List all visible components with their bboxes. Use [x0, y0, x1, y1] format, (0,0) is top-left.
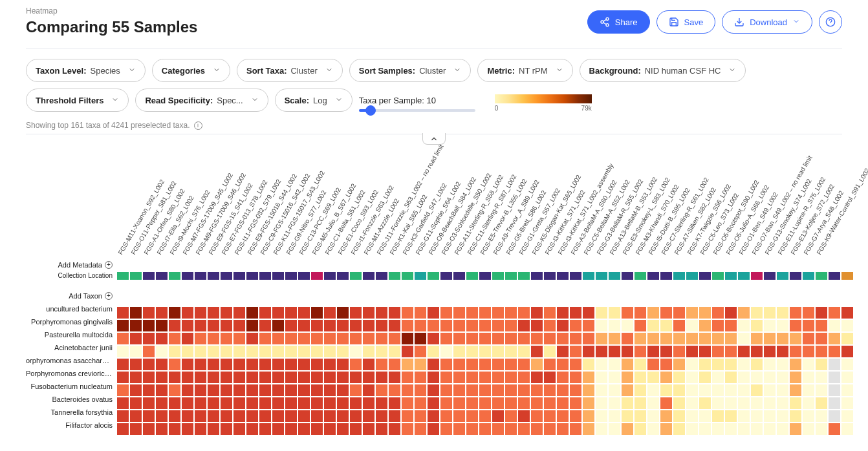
heatmap-cell[interactable] — [142, 397, 155, 410]
heatmap-cell[interactable] — [750, 423, 763, 435]
column-header[interactable]: FGS-C5-Leo_S73_L002 — [699, 141, 711, 258]
heatmap-cell[interactable] — [129, 397, 142, 410]
heatmap-cell[interactable] — [298, 306, 310, 319]
heatmap-cell[interactable] — [285, 306, 298, 319]
heatmap-cell[interactable] — [259, 397, 272, 410]
heatmap-cell[interactable] — [737, 410, 750, 423]
heatmap-cell[interactable] — [349, 332, 362, 345]
heatmap-cell[interactable] — [479, 384, 492, 397]
column-header[interactable]: FGS-M11-Xoanon_S92_L002 — [116, 141, 129, 258]
heatmap-cell[interactable] — [349, 384, 362, 397]
column-header[interactable]: FGS-A3-BellaM-A_S60_L002 — [569, 141, 582, 258]
heatmap-cell[interactable] — [763, 306, 776, 319]
heatmap-cell[interactable] — [220, 345, 233, 358]
heatmap-cell[interactable] — [673, 397, 686, 410]
heatmap-cell[interactable] — [323, 384, 336, 397]
metadata-cell[interactable] — [569, 271, 582, 280]
heatmap-cell[interactable] — [440, 397, 453, 410]
heatmap-cell[interactable] — [298, 319, 310, 332]
heatmap-cell[interactable] — [116, 371, 129, 384]
heatmap-cell[interactable] — [285, 371, 298, 384]
heatmap-cell[interactable] — [660, 319, 673, 332]
heatmap-cell[interactable] — [569, 345, 582, 358]
heatmap-cell[interactable] — [375, 358, 388, 371]
heatmap-cell[interactable] — [582, 319, 595, 332]
heatmap-cell[interactable] — [608, 384, 621, 397]
heatmap-cell[interactable] — [285, 423, 298, 435]
heatmap-cell[interactable] — [116, 410, 129, 423]
heatmap-cell[interactable] — [362, 345, 375, 358]
metadata-cell[interactable] — [647, 271, 660, 280]
heatmap-cell[interactable] — [155, 319, 168, 332]
heatmap-cell[interactable] — [492, 410, 505, 423]
heatmap-cell[interactable] — [776, 423, 789, 435]
heatmap-cell[interactable] — [155, 410, 168, 423]
heatmap-cell[interactable] — [336, 371, 349, 384]
heatmap-cell[interactable] — [569, 332, 582, 345]
heatmap-cell[interactable] — [479, 410, 492, 423]
column-header[interactable]: FGS-I1-Fonzzie_S63_L002 — [349, 141, 362, 258]
heatmap-cell[interactable] — [362, 410, 375, 423]
column-header[interactable]: FGS-E9-FGS-15_S41_L002 — [207, 141, 220, 258]
heatmap-cell[interactable] — [608, 358, 621, 371]
column-header[interactable]: FGS-A1-Orfea_S80_L002 — [142, 141, 155, 258]
heatmap-cell[interactable] — [336, 306, 349, 319]
heatmap-cell[interactable] — [181, 384, 194, 397]
heatmap-cell[interactable] — [453, 358, 466, 371]
heatmap-cell[interactable] — [155, 358, 168, 371]
heatmap-cell[interactable] — [634, 397, 647, 410]
heatmap-cell[interactable] — [750, 345, 763, 358]
heatmap-cell[interactable] — [673, 358, 686, 371]
heatmap-cell[interactable] — [789, 423, 802, 435]
heatmap-cell[interactable] — [168, 306, 181, 319]
column-header[interactable]: FGS-K7-Twigzie_S56_L002 — [686, 141, 699, 258]
heatmap-cell[interactable] — [711, 371, 724, 384]
heatmap-cell[interactable] — [492, 358, 505, 371]
heatmap-cell[interactable] — [608, 410, 621, 423]
heatmap-cell[interactable] — [582, 397, 595, 410]
heatmap-cell[interactable] — [841, 345, 854, 358]
heatmap-cell[interactable] — [362, 332, 375, 345]
heatmap-cell[interactable] — [634, 319, 647, 332]
heatmap-cell[interactable] — [841, 371, 854, 384]
heatmap-cell[interactable] — [621, 423, 634, 435]
heatmap-cell[interactable] — [479, 358, 492, 371]
metadata-cell[interactable] — [737, 271, 750, 280]
heatmap-cell[interactable] — [828, 332, 841, 345]
metadata-cell[interactable] — [621, 271, 634, 280]
heatmap-cell[interactable] — [259, 332, 272, 345]
heatmap-cell[interactable] — [724, 397, 737, 410]
heatmap-cell[interactable] — [272, 319, 285, 332]
metadata-cell[interactable] — [116, 271, 129, 280]
heatmap-cell[interactable] — [556, 358, 569, 371]
heatmap-cell[interactable] — [776, 345, 789, 358]
heatmap-cell[interactable] — [194, 397, 207, 410]
heatmap-cell[interactable] — [802, 371, 815, 384]
sort-samples-select[interactable]: Sort Samples:Cluster — [349, 59, 472, 82]
metadata-cell[interactable] — [673, 271, 686, 280]
heatmap-cell[interactable] — [660, 423, 673, 435]
metadata-cell[interactable] — [129, 271, 142, 280]
heatmap-cell[interactable] — [155, 371, 168, 384]
metadata-cell[interactable] — [505, 271, 517, 280]
heatmap-cell[interactable] — [505, 410, 517, 423]
heatmap-cell[interactable] — [686, 319, 699, 332]
heatmap-cell[interactable] — [789, 332, 802, 345]
column-header[interactable]: FGS-G13-Smokey_S74_L002 — [763, 141, 776, 258]
heatmap-cell[interactable] — [362, 384, 375, 397]
heatmap-cell[interactable] — [517, 371, 530, 384]
heatmap-cell[interactable] — [272, 410, 285, 423]
heatmap-cell[interactable] — [699, 319, 711, 332]
heatmap-cell[interactable] — [815, 397, 828, 410]
heatmap-cell[interactable] — [582, 384, 595, 397]
column-header[interactable]: FGS-A13-BellaM-B_S53_L002 — [608, 141, 621, 258]
heatmap-cell[interactable] — [750, 306, 763, 319]
heatmap-cell[interactable] — [711, 332, 724, 345]
heatmap-cell[interactable] — [505, 384, 517, 397]
column-header[interactable]: FGS-C7-Sterling-R_S61_L002 — [660, 141, 673, 258]
heatmap-cell[interactable] — [466, 345, 479, 358]
heatmap-cell[interactable] — [233, 423, 246, 435]
heatmap-cell[interactable] — [530, 319, 543, 332]
heatmap-cell[interactable] — [427, 423, 440, 435]
heatmap-cell[interactable] — [595, 306, 608, 319]
